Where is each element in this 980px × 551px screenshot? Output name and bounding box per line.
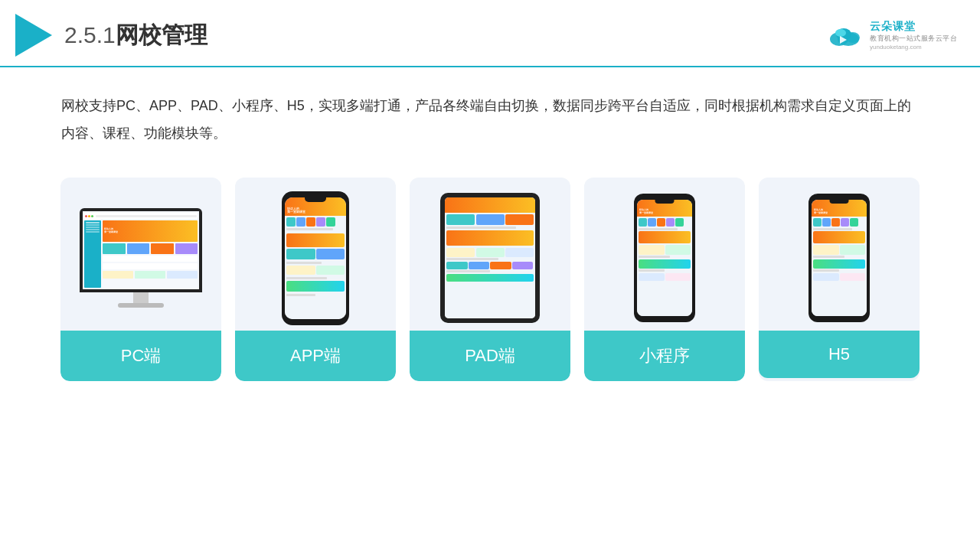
description-text: 网校支持PC、APP、PAD、小程序、H5，实现多端打通，产品各终端自由切换，数… xyxy=(61,92,919,147)
svg-point-3 xyxy=(846,32,860,43)
phone-small-notch xyxy=(655,200,675,204)
card-app-image: 职达人的第一堂刷课堂 xyxy=(235,178,396,331)
monitor-screen: 职达人的第一堂刷课堂 xyxy=(83,211,199,289)
card-pc: 职达人的第一堂刷课堂 xyxy=(60,178,221,381)
header-left: 2.5.1网校管理 xyxy=(15,14,207,57)
description: 网校支持PC、APP、PAD、小程序、H5，实现多端打通，产品各终端自由切换，数… xyxy=(0,67,980,162)
logo-text: 云朵课堂 教育机构一站式服务云平台 yunduoketang.com xyxy=(870,20,957,51)
card-app-label: APP端 xyxy=(235,331,396,381)
monitor-frame: 职达人的第一堂刷课堂 xyxy=(80,208,202,292)
pad-tablet xyxy=(440,193,540,323)
tablet-header xyxy=(445,197,535,213)
cards-container: 职达人的第一堂刷课堂 xyxy=(0,162,980,404)
card-miniapp: 职达人的第一堂刷课堂 xyxy=(584,178,745,381)
card-pad-label: PAD端 xyxy=(410,331,570,381)
h5-phone-screen: 职达人的第一堂刷课堂 xyxy=(812,200,867,316)
h5-phone: 职达人的第一堂刷课堂 xyxy=(808,194,870,322)
card-pad: PAD端 xyxy=(410,178,570,381)
phone-screen: 职达人的第一堂刷课堂 xyxy=(285,197,346,319)
card-h5: 职达人的第一堂刷课堂 xyxy=(759,178,920,381)
pc-monitor: 职达人的第一堂刷课堂 xyxy=(80,208,202,308)
card-app: 职达人的第一堂刷课堂 xyxy=(235,178,396,381)
header: 2.5.1网校管理 云朵课堂 教育机构一站式服务云平台 yunduoketang… xyxy=(0,0,980,67)
card-pc-image: 职达人的第一堂刷课堂 xyxy=(60,178,221,331)
play-icon xyxy=(15,14,52,57)
logo-area: 云朵课堂 教育机构一站式服务云平台 yunduoketang.com xyxy=(825,20,957,51)
h5-phone-notch xyxy=(830,200,849,204)
logo-icon xyxy=(825,22,864,49)
app-phone: 职达人的第一堂刷课堂 xyxy=(282,191,349,325)
card-pc-label: PC端 xyxy=(60,331,221,381)
miniapp-phone: 职达人的第一堂刷课堂 xyxy=(634,194,695,322)
card-h5-label: H5 xyxy=(759,331,920,378)
card-h5-image: 职达人的第一堂刷课堂 xyxy=(759,178,920,331)
card-pad-image xyxy=(410,178,570,331)
phone-notch xyxy=(305,197,326,202)
phone-body xyxy=(285,216,346,319)
page-title: 2.5.1网校管理 xyxy=(64,20,207,51)
tablet-body xyxy=(445,213,535,318)
tablet-screen xyxy=(445,197,535,318)
card-miniapp-image: 职达人的第一堂刷课堂 xyxy=(584,178,745,331)
phone-small-screen: 职达人的第一堂刷课堂 xyxy=(637,200,692,316)
card-miniapp-label: 小程序 xyxy=(584,331,745,381)
svg-point-4 xyxy=(835,29,846,37)
